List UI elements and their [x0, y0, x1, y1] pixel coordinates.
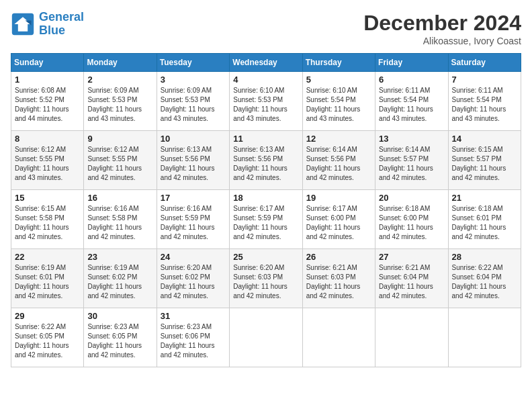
day-number: 7 — [452, 75, 517, 85]
day-number: 14 — [452, 134, 517, 144]
calendar-cell: 12Sunrise: 6:14 AM Sunset: 5:56 PM Dayli… — [302, 131, 375, 190]
logo-icon — [11, 12, 35, 36]
calendar-cell: 6Sunrise: 6:11 AM Sunset: 5:54 PM Daylig… — [375, 72, 448, 131]
day-info: Sunrise: 6:09 AM Sunset: 5:53 PM Dayligh… — [87, 86, 152, 124]
calendar-cell: 15Sunrise: 6:15 AM Sunset: 5:58 PM Dayli… — [11, 190, 84, 249]
day-info: Sunrise: 6:19 AM Sunset: 6:02 PM Dayligh… — [87, 263, 152, 301]
day-info: Sunrise: 6:21 AM Sunset: 6:04 PM Dayligh… — [379, 263, 444, 301]
day-number: 12 — [306, 134, 371, 144]
day-info: Sunrise: 6:12 AM Sunset: 5:55 PM Dayligh… — [87, 145, 152, 183]
day-info: Sunrise: 6:13 AM Sunset: 5:56 PM Dayligh… — [233, 145, 298, 183]
calendar-cell: 29Sunrise: 6:22 AM Sunset: 6:05 PM Dayli… — [11, 308, 84, 367]
day-number: 15 — [15, 193, 80, 203]
calendar-cell: 17Sunrise: 6:16 AM Sunset: 5:59 PM Dayli… — [157, 190, 229, 249]
day-number: 11 — [233, 134, 298, 144]
calendar-cell — [375, 308, 448, 367]
day-info: Sunrise: 6:18 AM Sunset: 6:00 PM Dayligh… — [379, 204, 444, 242]
day-info: Sunrise: 6:09 AM Sunset: 5:53 PM Dayligh… — [161, 86, 226, 124]
calendar-cell: 11Sunrise: 6:13 AM Sunset: 5:56 PM Dayli… — [230, 131, 302, 190]
day-number: 20 — [379, 193, 444, 203]
day-info: Sunrise: 6:14 AM Sunset: 5:56 PM Dayligh… — [306, 145, 371, 183]
day-number: 10 — [161, 134, 226, 144]
calendar-week-row: 22Sunrise: 6:19 AM Sunset: 6:01 PM Dayli… — [11, 249, 521, 308]
day-number: 30 — [87, 311, 152, 321]
calendar-cell: 22Sunrise: 6:19 AM Sunset: 6:01 PM Dayli… — [11, 249, 84, 308]
calendar-cell: 28Sunrise: 6:22 AM Sunset: 6:04 PM Dayli… — [448, 249, 521, 308]
calendar-cell: 19Sunrise: 6:17 AM Sunset: 6:00 PM Dayli… — [302, 190, 375, 249]
day-number: 22 — [15, 252, 80, 262]
day-number: 19 — [306, 193, 371, 203]
day-info: Sunrise: 6:10 AM Sunset: 5:54 PM Dayligh… — [306, 86, 371, 124]
month-title: December 2024 — [363, 11, 521, 36]
day-info: Sunrise: 6:15 AM Sunset: 5:57 PM Dayligh… — [452, 145, 517, 183]
calendar-cell: 3Sunrise: 6:09 AM Sunset: 5:53 PM Daylig… — [157, 72, 229, 131]
calendar-week-row: 29Sunrise: 6:22 AM Sunset: 6:05 PM Dayli… — [11, 308, 521, 367]
day-info: Sunrise: 6:19 AM Sunset: 6:01 PM Dayligh… — [15, 263, 80, 301]
calendar-cell — [302, 308, 375, 367]
day-number: 26 — [306, 252, 371, 262]
day-number: 9 — [87, 134, 152, 144]
calendar-table: SundayMondayTuesdayWednesdayThursdayFrid… — [11, 53, 521, 367]
day-info: Sunrise: 6:14 AM Sunset: 5:57 PM Dayligh… — [379, 145, 444, 183]
day-info: Sunrise: 6:16 AM Sunset: 5:58 PM Dayligh… — [87, 204, 152, 242]
calendar-cell: 25Sunrise: 6:20 AM Sunset: 6:03 PM Dayli… — [230, 249, 302, 308]
calendar-cell: 21Sunrise: 6:18 AM Sunset: 6:01 PM Dayli… — [448, 190, 521, 249]
day-number: 16 — [87, 193, 152, 203]
day-info: Sunrise: 6:11 AM Sunset: 5:54 PM Dayligh… — [379, 86, 444, 124]
day-number: 17 — [161, 193, 226, 203]
logo-part1: General — [39, 10, 84, 24]
calendar-cell: 16Sunrise: 6:16 AM Sunset: 5:58 PM Dayli… — [84, 190, 157, 249]
day-number: 31 — [161, 311, 226, 321]
calendar-cell: 8Sunrise: 6:12 AM Sunset: 5:55 PM Daylig… — [11, 131, 84, 190]
weekday-header-sunday: Sunday — [11, 54, 84, 72]
day-info: Sunrise: 6:16 AM Sunset: 5:59 PM Dayligh… — [161, 204, 226, 242]
day-info: Sunrise: 6:17 AM Sunset: 6:00 PM Dayligh… — [306, 204, 371, 242]
day-number: 5 — [306, 75, 371, 85]
day-number: 3 — [161, 75, 226, 85]
calendar-cell: 13Sunrise: 6:14 AM Sunset: 5:57 PM Dayli… — [375, 131, 448, 190]
calendar-cell: 10Sunrise: 6:13 AM Sunset: 5:56 PM Dayli… — [157, 131, 229, 190]
calendar-cell: 23Sunrise: 6:19 AM Sunset: 6:02 PM Dayli… — [84, 249, 157, 308]
day-number: 29 — [15, 311, 80, 321]
calendar-cell: 27Sunrise: 6:21 AM Sunset: 6:04 PM Dayli… — [375, 249, 448, 308]
day-number: 28 — [452, 252, 517, 262]
calendar-cell: 1Sunrise: 6:08 AM Sunset: 5:52 PM Daylig… — [11, 72, 84, 131]
weekday-header-thursday: Thursday — [302, 54, 375, 72]
calendar-week-row: 15Sunrise: 6:15 AM Sunset: 5:58 PM Dayli… — [11, 190, 521, 249]
day-number: 24 — [161, 252, 226, 262]
weekday-header-tuesday: Tuesday — [157, 54, 229, 72]
day-info: Sunrise: 6:20 AM Sunset: 6:03 PM Dayligh… — [233, 263, 298, 301]
title-block: December 2024 Alikoassue, Ivory Coast — [363, 11, 521, 46]
calendar-week-row: 1Sunrise: 6:08 AM Sunset: 5:52 PM Daylig… — [11, 72, 521, 131]
day-info: Sunrise: 6:11 AM Sunset: 5:54 PM Dayligh… — [452, 86, 517, 124]
day-info: Sunrise: 6:12 AM Sunset: 5:55 PM Dayligh… — [15, 145, 80, 183]
calendar-cell — [230, 308, 302, 367]
day-number: 23 — [87, 252, 152, 262]
calendar-cell: 2Sunrise: 6:09 AM Sunset: 5:53 PM Daylig… — [84, 72, 157, 131]
calendar-cell: 9Sunrise: 6:12 AM Sunset: 5:55 PM Daylig… — [84, 131, 157, 190]
weekday-header-saturday: Saturday — [448, 54, 521, 72]
day-info: Sunrise: 6:23 AM Sunset: 6:05 PM Dayligh… — [87, 322, 152, 360]
calendar-cell: 7Sunrise: 6:11 AM Sunset: 5:54 PM Daylig… — [448, 72, 521, 131]
day-info: Sunrise: 6:22 AM Sunset: 6:05 PM Dayligh… — [15, 322, 80, 360]
page-header: General Blue December 2024 Alikoassue, I… — [11, 11, 521, 46]
day-number: 18 — [233, 193, 298, 203]
day-info: Sunrise: 6:10 AM Sunset: 5:53 PM Dayligh… — [233, 86, 298, 124]
day-number: 13 — [379, 134, 444, 144]
logo-part2: Blue — [39, 24, 65, 37]
day-info: Sunrise: 6:15 AM Sunset: 5:58 PM Dayligh… — [15, 204, 80, 242]
calendar-cell: 31Sunrise: 6:23 AM Sunset: 6:06 PM Dayli… — [157, 308, 229, 367]
calendar-cell: 26Sunrise: 6:21 AM Sunset: 6:03 PM Dayli… — [302, 249, 375, 308]
day-number: 27 — [379, 252, 444, 262]
day-number: 1 — [15, 75, 80, 85]
day-info: Sunrise: 6:17 AM Sunset: 5:59 PM Dayligh… — [233, 204, 298, 242]
day-number: 6 — [379, 75, 444, 85]
calendar-cell: 4Sunrise: 6:10 AM Sunset: 5:53 PM Daylig… — [230, 72, 302, 131]
day-info: Sunrise: 6:18 AM Sunset: 6:01 PM Dayligh… — [452, 204, 517, 242]
day-number: 2 — [87, 75, 152, 85]
calendar-cell: 20Sunrise: 6:18 AM Sunset: 6:00 PM Dayli… — [375, 190, 448, 249]
calendar-cell: 30Sunrise: 6:23 AM Sunset: 6:05 PM Dayli… — [84, 308, 157, 367]
day-number: 4 — [233, 75, 298, 85]
weekday-header-wednesday: Wednesday — [230, 54, 302, 72]
day-number: 8 — [15, 134, 80, 144]
